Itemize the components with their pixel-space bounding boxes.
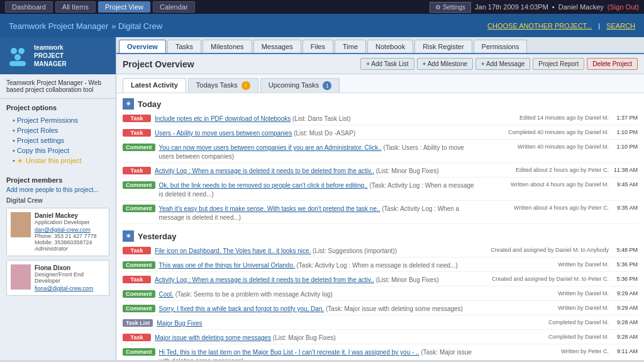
activity-tag-1: Comment (123, 261, 155, 269)
act-tab-today-label: Todays Tasks (196, 81, 238, 89)
main-layout: teamwork PROJECT MANAGER Teamwork Projec… (0, 37, 644, 360)
activity-text-3: Activity Log : When a message is deleted… (155, 167, 479, 176)
header-sep: | (598, 22, 600, 30)
project-options-title: Project options (6, 104, 109, 111)
sidebar-item-copy[interactable]: Copy this Project (6, 145, 109, 156)
activity-link-4[interactable]: Ok, but the link needs to be removed so … (159, 182, 368, 189)
delete-project-button[interactable]: Delete Project (587, 58, 638, 70)
activity-text-4: Ok, but the link needs to be removed so … (159, 181, 479, 199)
activity-link-3[interactable]: Cool. (159, 291, 174, 298)
activity-link-1[interactable]: This was one of the things for Universal… (159, 262, 295, 269)
activity-link-2[interactable]: Activity Log : When a message is deleted… (155, 276, 374, 283)
star-icon: ★ (17, 157, 23, 164)
search-link[interactable]: SEARCH (606, 22, 635, 30)
act-tab-today[interactable]: Todays Tasks ! (188, 78, 258, 93)
add-member-link[interactable]: Add more people to this project... (6, 186, 109, 193)
activity-row-5: CommentYeah it's easy but does it make s… (123, 203, 638, 224)
yesterday-title: Yesterday (138, 232, 176, 241)
act-tab-latest[interactable]: Latest Activity (123, 78, 186, 93)
today-section: ☀ Today TaskInclude notes etc in PDF dow… (123, 98, 638, 224)
add-milestone-button[interactable]: + Add Milestone (417, 58, 473, 70)
member-phone-daniel: Phone: 353 21 427 7778 (35, 233, 97, 239)
tab-milestones[interactable]: Milestones (203, 40, 252, 53)
member-email-fiona[interactable]: fiona@digital-crew.com (35, 285, 105, 291)
act-tab-upcoming-label: Upcoming Tasks (269, 81, 319, 89)
today-icon: ☀ (123, 98, 134, 110)
tab-notebook[interactable]: Notebook (367, 40, 413, 53)
activity-time-5: 9:28 AM (613, 319, 638, 325)
activity-link-3[interactable]: Activity Log : When a message is deleted… (155, 167, 374, 174)
activity-text-1: Users - Ability to move users between co… (155, 129, 479, 138)
sidebar-project-options: Project options Project Permissions Proj… (0, 99, 116, 171)
activity-row-4: CommentOk, but the link needs to be remo… (123, 180, 638, 201)
activity-time-4: 9:45 AM (613, 181, 638, 188)
project-actions: + Add Task List + Add Milestone + Add Me… (360, 58, 638, 70)
tab-risk-register[interactable]: Risk Register (414, 40, 472, 53)
activity-link-2[interactable]: You can now move users between companies… (159, 144, 382, 151)
activity-link-1[interactable]: Users - Ability to move users between co… (155, 130, 292, 137)
activity-tag-5: Task List (123, 319, 153, 327)
activity-tag-6: Task (123, 334, 151, 341)
activity-text-7: Hi Ted, this is the last item on the Maj… (159, 348, 479, 360)
activity-meta-0: Created and assigned by Daniel M. to Any… (483, 247, 609, 253)
member-role-fiona: Designer/Front End Developer (35, 271, 105, 284)
act-tab-upcoming[interactable]: Upcoming Tasks 1 (260, 78, 340, 93)
app-header: Teamwork Project Manager » Digital Crew … (0, 14, 644, 37)
add-message-button[interactable]: + Add Message (475, 58, 530, 70)
sidebar-item-unstar[interactable]: ★Unstar this project (6, 156, 109, 166)
sidebar-item-permissions[interactable]: Project Permissions (6, 115, 109, 125)
activity-meta-4: Written about 4 hours ago by Daniel M. (483, 181, 609, 188)
activity-tag-5: Comment (123, 205, 155, 212)
sidebar-logo: teamwork PROJECT MANAGER (0, 37, 116, 74)
activity-link-7[interactable]: Hi Ted, this is the last item on the Maj… (159, 349, 419, 356)
topbar-separator: • (552, 3, 555, 11)
activity-sub-1: (Task: Activity Log : When a message is … (295, 262, 458, 269)
activity-time-1: 1:10 PM (613, 129, 638, 135)
today-activity-list: TaskInclude notes etc in PDF download of… (123, 113, 638, 224)
activity-row-5: Task ListMajor Bug FixesCompleted by Dan… (123, 318, 638, 330)
settings-button[interactable]: ⚙ Settings (430, 2, 471, 13)
topbar-username: Daniel Mackey (558, 3, 604, 11)
project-header: Project Overview + Add Task List + Add M… (116, 54, 644, 74)
topbar-right: ⚙ Settings Jan 17th 2009 14:03PM • Danie… (430, 2, 639, 13)
project-report-button[interactable]: Project Report (533, 58, 584, 70)
activity-tag-1: Task (123, 129, 151, 137)
tab-tasks[interactable]: Tasks (167, 40, 201, 53)
activity-meta-5: Written about 4 hours ago by Peter C. (483, 205, 609, 211)
activity-link-5[interactable]: Major Bug Fixes (157, 320, 202, 327)
activity-row-2: CommentYou can now move users between co… (123, 142, 638, 163)
member-email-daniel[interactable]: dan@digital-crew.com (35, 227, 97, 233)
today-title: Today (138, 99, 161, 109)
activity-tag-0: Task (123, 247, 151, 254)
nav-dashboard[interactable]: Dashboard (5, 1, 53, 13)
nav-allitems[interactable]: All Items (55, 1, 96, 13)
sidebar-item-settings[interactable]: Project settings (6, 135, 109, 145)
tab-files[interactable]: Files (303, 40, 333, 53)
activity-link-5[interactable]: Yeah it's easy but does it make sense. W… (159, 205, 380, 212)
activity-link-4[interactable]: Sorry, I fixed this a while back and for… (159, 305, 325, 312)
activity-meta-2: Written 40 minutes ago by Daniel M. (483, 144, 609, 150)
tab-time[interactable]: Time (335, 40, 366, 53)
yesterday-header: ☀ Yesterday (123, 230, 638, 242)
tab-messages[interactable]: Messages (253, 40, 301, 53)
activity-link-0[interactable]: Include notes etc in PDF download of Not… (155, 115, 291, 122)
activity-link-0[interactable]: File icon on Dashboard. The Voles have i… (155, 247, 311, 254)
sidebar-item-roles[interactable]: Project Roles (6, 125, 109, 135)
activity-link-6[interactable]: Major issue with deleting some messages (155, 334, 271, 341)
main-tabs: Overview Tasks Milestones Messages Files… (116, 37, 644, 54)
add-tasklist-button[interactable]: + Add Task List (360, 58, 414, 70)
activity-tag-3: Task (123, 167, 151, 174)
nav-projectview[interactable]: Project View (98, 1, 150, 13)
choose-project-link[interactable]: CHOOSE ANOTHER PROJECT... (487, 22, 592, 30)
activity-text-0: File icon on Dashboard. The Voles have i… (155, 247, 479, 256)
signout-link[interactable]: (Sign Out) (608, 3, 639, 11)
tab-permissions[interactable]: Permissions (474, 40, 528, 53)
activity-tag-2: Comment (123, 144, 155, 151)
topbar-datetime: Jan 17th 2009 14:03PM (475, 3, 548, 11)
activity-meta-2: Created and assigned by Daniel M. to Pet… (483, 276, 609, 282)
nav-calendar[interactable]: Calendar (153, 1, 195, 13)
yesterday-icon: ☀ (123, 230, 134, 242)
activity-content: ☀ Today TaskInclude notes etc in PDF dow… (116, 93, 644, 360)
tab-overview[interactable]: Overview (119, 40, 166, 53)
activity-sub-2: (List: Minor Bug Fixes) (374, 276, 439, 283)
